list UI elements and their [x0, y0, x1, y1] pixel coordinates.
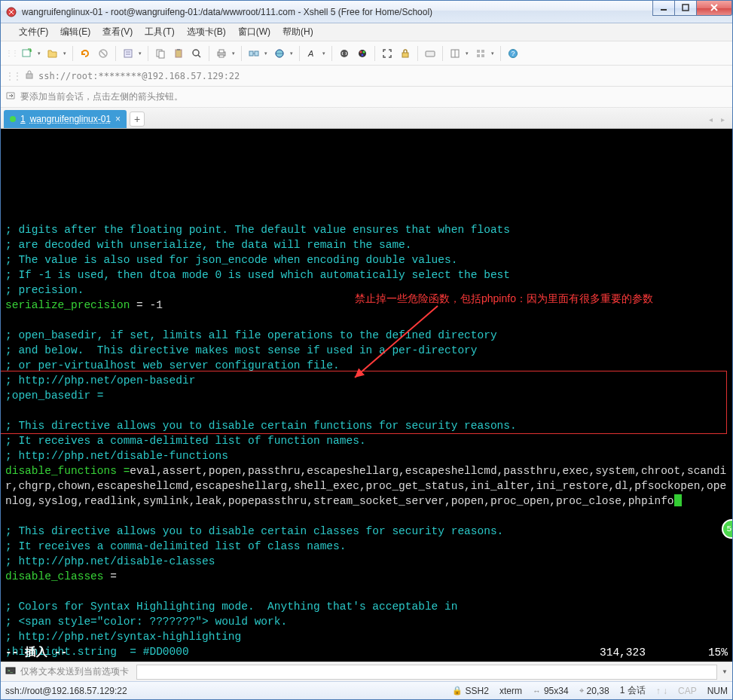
grip-icon: ⋮⋮ [5, 49, 17, 57]
status-bar: ssh://root@192.168.57.129:22 🔒SSH2 xterm… [1, 681, 732, 699]
tile-button[interactable] [472, 45, 496, 62]
status-term: xterm [499, 686, 522, 696]
svg-point-25 [360, 50, 362, 53]
tab-index: 1 [20, 114, 26, 124]
menu-edit[interactable]: 编辑(E) [54, 23, 96, 41]
status-connection: ssh://root@192.168.57.129:22 [5, 686, 441, 696]
svg-rect-13 [177, 49, 180, 50]
svg-text:A: A [307, 49, 313, 58]
status-updown-icon: ↑ ↓ [656, 686, 667, 696]
menu-help[interactable]: 帮助(H) [276, 23, 319, 41]
app-icon [5, 6, 17, 18]
disconnect-button[interactable] [95, 45, 111, 62]
status-size: 95x34 [544, 686, 569, 696]
tab-name: wangruifenglinux-01 [30, 114, 111, 124]
lock-button[interactable] [397, 45, 414, 62]
svg-line-6 [101, 51, 105, 56]
svg-rect-2 [683, 5, 689, 11]
globe-button[interactable] [271, 45, 295, 62]
address-bar: ⋮⋮ ssh://root:********@192.168.57.129:22 [1, 66, 732, 87]
status-sessions: 1 会话 [620, 684, 646, 697]
status-dot-icon [10, 116, 16, 122]
svg-rect-11 [159, 51, 164, 58]
find-button[interactable] [188, 45, 205, 62]
send-icon[interactable]: >_ [5, 665, 16, 678]
lock-icon [25, 70, 34, 81]
menubar: 文件(F) 编辑(E) 查看(V) 工具(T) 选项卡(B) 窗口(W) 帮助(… [1, 23, 732, 41]
svg-rect-37 [481, 54, 484, 57]
hint-text: 要添加当前会话，点击左侧的箭头按钮。 [20, 90, 183, 103]
svg-text:?: ? [512, 50, 515, 57]
window-title: wangruifenglinux-01 - root@wangruifeng-0… [22, 7, 653, 17]
properties-button[interactable] [120, 45, 144, 62]
send-target-label: 仅将文本发送到当前选项卡 [20, 665, 129, 678]
session-tab[interactable]: 1 wangruifenglinux-01 × [4, 110, 127, 128]
svg-point-23 [341, 50, 348, 57]
open-session-button[interactable] [44, 45, 69, 62]
tab-bar: 1 wangruifenglinux-01 × + ◂ ▸ [1, 108, 732, 129]
send-dropdown-icon[interactable]: ▼ [722, 668, 728, 675]
svg-rect-19 [249, 51, 253, 56]
toolbar: ⋮⋮ + A ? [1, 41, 732, 66]
svg-text:+: + [29, 48, 32, 54]
svg-rect-40 [26, 74, 32, 78]
svg-rect-18 [219, 55, 224, 57]
status-rowcol: 20,38 [587, 686, 609, 696]
titlebar: wangruifenglinux-01 - root@wangruifeng-0… [1, 1, 732, 23]
menu-view[interactable]: 查看(V) [96, 23, 139, 41]
size-icon: ↔ [533, 686, 541, 695]
transfer-button[interactable] [246, 45, 270, 62]
app-window: wangruifenglinux-01 - root@wangruifeng-0… [0, 0, 733, 700]
address-text[interactable]: ssh://root:********@192.168.57.129:22 [38, 71, 240, 81]
status-protocol: SSH2 [466, 686, 489, 696]
svg-rect-12 [176, 50, 182, 57]
fullscreen-button[interactable] [379, 45, 396, 62]
lock-icon: 🔒 [452, 686, 463, 695]
svg-rect-34 [477, 50, 480, 53]
menu-window[interactable]: 窗口(W) [232, 23, 276, 41]
hint-bar: 要添加当前会话，点击左侧的箭头按钮。 [1, 87, 732, 108]
send-bar: >_ 仅将文本发送到当前选项卡 ▼ [1, 662, 732, 681]
status-cap: CAP [678, 686, 697, 696]
new-tab-button[interactable]: + [130, 112, 145, 127]
svg-rect-28 [402, 53, 408, 57]
close-button[interactable] [696, 1, 732, 16]
layout-button[interactable] [447, 45, 471, 62]
font-button[interactable]: A [304, 45, 328, 62]
terminal[interactable]: 禁止掉一些危险函数，包括phpinfo：因为里面有很多重要的参数 56 ; di… [1, 129, 732, 662]
svg-point-26 [363, 50, 365, 53]
reconnect-button[interactable] [77, 45, 93, 62]
status-num: NUM [707, 686, 728, 696]
svg-text:>_: >_ [8, 668, 14, 673]
svg-rect-7 [124, 50, 132, 57]
minimize-button[interactable] [652, 1, 675, 16]
menu-file[interactable]: 文件(F) [13, 23, 54, 41]
paste-button[interactable] [170, 45, 187, 62]
svg-point-27 [362, 53, 364, 56]
svg-rect-36 [477, 54, 480, 57]
script-button[interactable] [336, 45, 353, 62]
svg-rect-29 [426, 51, 435, 57]
svg-line-15 [198, 55, 200, 57]
print-button[interactable] [213, 45, 237, 62]
send-input[interactable] [136, 665, 717, 680]
svg-point-14 [193, 50, 199, 56]
svg-rect-35 [481, 50, 484, 53]
svg-rect-17 [219, 50, 224, 53]
maximize-button[interactable] [674, 1, 697, 16]
keyboard-button[interactable] [422, 45, 438, 62]
new-session-button[interactable]: + [19, 45, 43, 62]
copy-button[interactable] [152, 45, 169, 62]
arrow-add-icon[interactable] [5, 90, 16, 103]
tab-close-icon[interactable]: × [115, 114, 121, 124]
tab-nav-arrows[interactable]: ◂ ▸ [709, 115, 728, 124]
menu-tabs[interactable]: 选项卡(B) [181, 23, 232, 41]
cursor-icon: ⌖ [579, 686, 584, 695]
grip-icon: ⋮⋮ [5, 71, 20, 81]
help-button[interactable]: ? [505, 45, 521, 62]
svg-rect-20 [255, 51, 258, 56]
menu-tools[interactable]: 工具(T) [139, 23, 180, 41]
color-button[interactable] [354, 45, 371, 62]
